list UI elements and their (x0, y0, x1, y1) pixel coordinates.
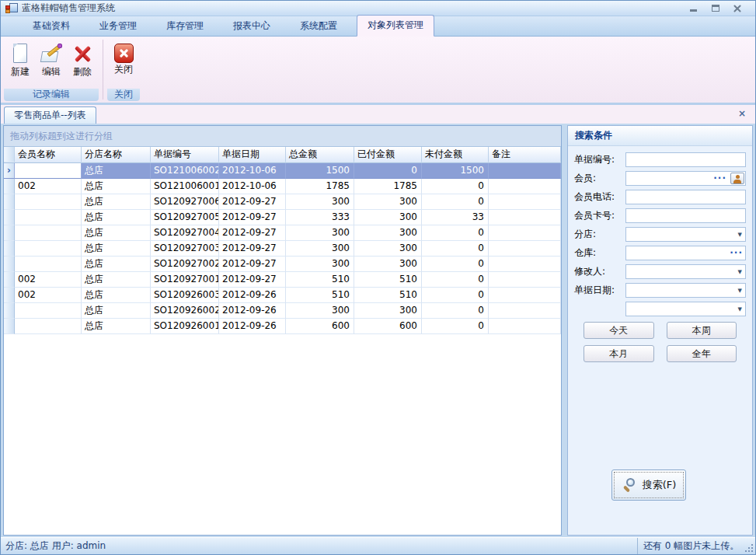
cell-date[interactable]: 2012-10-06 (219, 179, 286, 194)
table-row[interactable]: 002总店SO1209270012012-09-275105100 (4, 272, 561, 288)
cell-branch[interactable]: 总店 (82, 241, 151, 257)
splitter[interactable] (562, 125, 567, 536)
ellipsis-icon[interactable]: ··· (713, 173, 729, 184)
cell-branch[interactable]: 总店 (82, 257, 151, 272)
tab-retail-order-list[interactable]: 零售商品单--列表 (4, 106, 96, 124)
cell-member[interactable]: 002 (15, 288, 82, 303)
cell-date[interactable]: 2012-10-06 (219, 163, 286, 179)
warehouse-input[interactable]: ··· (625, 246, 746, 260)
row-indicator[interactable] (4, 288, 15, 303)
cell-member[interactable] (15, 257, 82, 272)
this-week-button[interactable]: 本周 (667, 322, 737, 339)
cell-member[interactable] (15, 319, 82, 334)
cell-doc_no[interactable]: SO120927006 (151, 194, 219, 210)
cell-paid[interactable]: 300 (354, 210, 422, 225)
cell-doc_no[interactable]: SO120926001 (151, 319, 219, 334)
cell-note[interactable] (489, 319, 561, 334)
cell-total[interactable]: 510 (286, 272, 354, 288)
cell-paid[interactable]: 510 (354, 272, 422, 288)
row-indicator[interactable] (4, 179, 15, 194)
cell-date[interactable]: 2012-09-27 (219, 241, 286, 257)
member-card-input[interactable] (625, 208, 746, 223)
row-indicator[interactable] (4, 210, 15, 225)
delete-button[interactable]: 删除 (67, 40, 98, 78)
cell-note[interactable] (489, 241, 561, 257)
cell-unpaid[interactable]: 0 (422, 303, 489, 319)
table-row[interactable]: 总店SO1209270052012-09-2733330033 (4, 210, 561, 225)
cell-paid[interactable]: 510 (354, 288, 422, 303)
cell-date[interactable]: 2012-09-27 (219, 210, 286, 225)
cell-branch[interactable]: 总店 (82, 319, 151, 334)
member-input[interactable]: ··· (625, 171, 746, 186)
minimize-button[interactable] (688, 3, 699, 14)
cell-unpaid[interactable]: 0 (422, 272, 489, 288)
cell-paid[interactable]: 1785 (354, 179, 422, 194)
cell-doc_no[interactable]: SO121006002 (151, 163, 219, 179)
cell-member[interactable] (15, 303, 82, 319)
cell-branch[interactable]: 总店 (82, 272, 151, 288)
cell-doc_no[interactable]: SO121006001 (151, 179, 219, 194)
cell-doc_no[interactable]: SO120927003 (151, 241, 219, 257)
row-indicator[interactable] (4, 319, 15, 334)
maximize-button[interactable] (710, 3, 721, 14)
cell-date[interactable]: 2012-09-27 (219, 194, 286, 210)
column-header-branch[interactable]: 分店名称 (82, 147, 151, 162)
cell-total[interactable]: 333 (286, 210, 354, 225)
cell-total[interactable]: 510 (286, 288, 354, 303)
row-indicator[interactable] (4, 194, 15, 210)
table-row[interactable]: 002总店SO1209260032012-09-265105100 (4, 288, 561, 303)
row-indicator[interactable] (4, 225, 15, 241)
resize-grip-icon[interactable] (744, 543, 754, 553)
cell-unpaid[interactable]: 1500 (422, 163, 489, 179)
modifier-select[interactable]: ▼ (625, 264, 746, 279)
table-row[interactable]: ›总店SO1210060022012-10-06150001500 (4, 163, 561, 179)
today-button[interactable]: 今天 (584, 322, 654, 339)
doc-date-from-select[interactable]: ▼ (625, 283, 746, 298)
column-header-paid[interactable]: 已付金额 (354, 147, 422, 162)
row-indicator[interactable] (4, 257, 15, 272)
cell-date[interactable]: 2012-09-26 (219, 288, 286, 303)
tab-object-list[interactable]: 对象列表管理 (357, 15, 434, 37)
cell-member[interactable] (15, 225, 82, 241)
column-header-doc-no[interactable]: 单据编号 (151, 147, 219, 162)
cell-doc_no[interactable]: SO120926002 (151, 303, 219, 319)
cell-date[interactable]: 2012-09-27 (219, 225, 286, 241)
row-indicator[interactable] (4, 272, 15, 288)
cell-doc_no[interactable]: SO120926003 (151, 288, 219, 303)
cell-note[interactable] (489, 303, 561, 319)
cell-branch[interactable]: 总店 (82, 194, 151, 210)
table-row[interactable]: 总店SO1209270022012-09-273003000 (4, 257, 561, 272)
column-header-date[interactable]: 单据日期 (219, 147, 286, 162)
cell-unpaid[interactable]: 0 (422, 241, 489, 257)
cell-branch[interactable]: 总店 (82, 163, 151, 179)
this-month-button[interactable]: 本月 (584, 345, 654, 362)
person-icon[interactable] (730, 173, 744, 184)
cell-total[interactable]: 600 (286, 319, 354, 334)
tab-system-config[interactable]: 系统配置 (290, 16, 347, 37)
cell-unpaid[interactable]: 0 (422, 179, 489, 194)
close-tab-button[interactable]: 关闭 (108, 40, 139, 75)
cell-unpaid[interactable]: 0 (422, 288, 489, 303)
cell-date[interactable]: 2012-09-27 (219, 257, 286, 272)
tab-close-icon[interactable]: × (738, 108, 746, 119)
cell-branch[interactable]: 总店 (82, 303, 151, 319)
row-indicator[interactable]: › (4, 163, 15, 179)
tab-inventory[interactable]: 库存管理 (156, 16, 214, 37)
close-button[interactable] (732, 3, 743, 14)
cell-total[interactable]: 1785 (286, 179, 354, 194)
cell-note[interactable] (489, 272, 561, 288)
cell-member[interactable] (15, 210, 82, 225)
cell-doc_no[interactable]: SO120927005 (151, 210, 219, 225)
cell-paid[interactable]: 0 (354, 163, 422, 179)
cell-total[interactable]: 300 (286, 257, 354, 272)
table-row[interactable]: 002总店SO1210060012012-10-06178517850 (4, 179, 561, 194)
cell-total[interactable]: 300 (286, 194, 354, 210)
cell-unpaid[interactable]: 33 (422, 210, 489, 225)
cell-member[interactable] (15, 241, 82, 257)
cell-member[interactable]: 002 (15, 179, 82, 194)
cell-unpaid[interactable]: 0 (422, 225, 489, 241)
column-header-member[interactable]: 会员名称 (15, 147, 82, 162)
table-row[interactable]: 总店SO1209260012012-09-266006000 (4, 319, 561, 334)
cell-member[interactable] (15, 163, 82, 179)
table-row[interactable]: 总店SO1209270042012-09-273003000 (4, 225, 561, 241)
